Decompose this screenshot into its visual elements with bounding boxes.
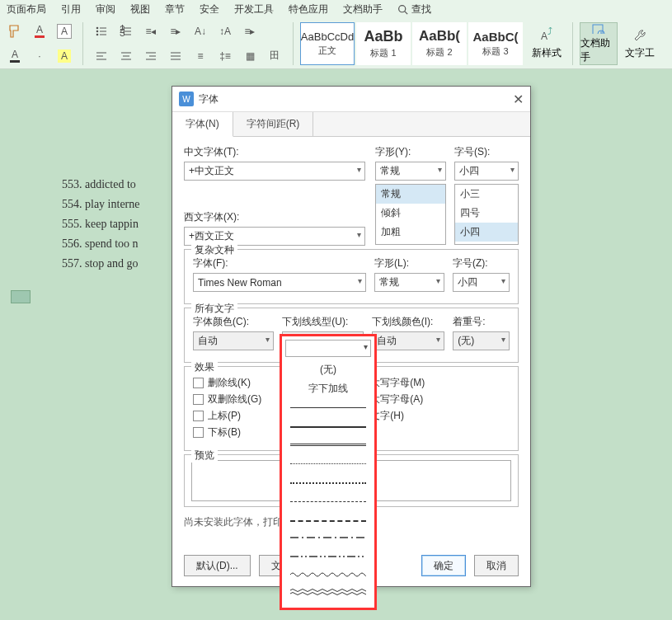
font-style-combo[interactable]: 常规	[375, 162, 446, 181]
borders-icon[interactable]: 田	[263, 45, 286, 68]
cancel-button[interactable]: 取消	[474, 555, 519, 576]
line-spacing-icon[interactable]: ‡≡	[214, 45, 237, 68]
underline-opt-thick[interactable]	[290, 419, 366, 434]
dropdown-current[interactable]	[285, 340, 371, 357]
highlight-2-icon[interactable]: A	[53, 45, 76, 68]
font-color-2-icon[interactable]: A	[3, 45, 26, 68]
close-icon[interactable]: ✕	[513, 92, 524, 107]
underline-opt-long-dash[interactable]	[290, 512, 366, 528]
combo-value: 自动	[377, 334, 397, 348]
effect-double-strike[interactable]: 双删除线(G)	[193, 392, 261, 406]
underline-opt-double[interactable]	[290, 437, 366, 453]
menu-search[interactable]: 查找	[397, 2, 431, 16]
char-tools-label: 文字工	[625, 46, 655, 60]
paragraph-icon[interactable]: ≡▸	[238, 20, 261, 43]
distribute-icon[interactable]: ≡	[189, 45, 212, 68]
complex-font-combo[interactable]: Times New Roman	[193, 273, 366, 292]
underline-opt-wave-double[interactable]	[290, 587, 366, 603]
style-prev: AaBbC(	[473, 30, 519, 44]
svg-text:A: A	[541, 31, 547, 42]
menu-layout[interactable]: 页面布局	[7, 2, 46, 16]
complex-script-fieldset: 复杂文种 字体(F): Times New Roman 字形(L): 常规 字号…	[184, 249, 519, 304]
font-size-combo[interactable]: 小四	[454, 162, 519, 181]
combo-value: Times New Roman	[198, 277, 282, 289]
underline-opt-dash[interactable]	[290, 494, 366, 510]
list-item[interactable]: 四号	[455, 204, 518, 223]
menu-doc-helper[interactable]: 文档助手	[343, 2, 383, 16]
menu-view[interactable]: 视图	[130, 2, 150, 16]
menu-security[interactable]: 安全	[200, 2, 219, 16]
chk-label: 上标(P)	[208, 409, 241, 423]
underline-color-combo[interactable]: 自动	[372, 331, 445, 350]
combo-value: 小四	[459, 164, 479, 178]
effect-superscript[interactable]: 上标(P)	[193, 409, 261, 423]
combo-value: 自动	[198, 334, 218, 348]
style-prev: AaBb	[364, 28, 402, 45]
menu-review[interactable]: 审阅	[96, 2, 115, 16]
font-color-combo[interactable]: 自动	[193, 331, 274, 350]
list-item[interactable]: 小四	[455, 223, 518, 242]
svg-point-0	[399, 5, 406, 12]
complex-style-combo[interactable]: 常规	[374, 273, 444, 292]
style-h3[interactable]: AaBbC( 标题 3	[468, 22, 523, 65]
underline-opt-single[interactable]	[290, 400, 366, 416]
effect-subscript[interactable]: 下标(B)	[193, 425, 261, 439]
underline-opt-words-only[interactable]: 字下加线	[282, 379, 374, 398]
align-center-icon[interactable]	[115, 45, 138, 68]
menu-references[interactable]: 引用	[61, 2, 81, 16]
complex-size-combo[interactable]: 小四	[453, 273, 510, 292]
chinese-font-combo[interactable]: +中文正文	[184, 162, 365, 181]
doc-helper-label: 文档助手	[580, 36, 617, 64]
list-item[interactable]: 小三	[455, 185, 518, 204]
tab-spacing[interactable]: 字符间距(R)	[233, 112, 314, 136]
combo-value: 常规	[379, 275, 399, 289]
emphasis-combo[interactable]: (无)	[453, 331, 510, 350]
size-listbox[interactable]: 小三 四号 小四	[454, 184, 519, 245]
shading-icon[interactable]: ▦	[238, 45, 261, 68]
align-left-icon[interactable]	[90, 45, 113, 68]
dialog-tabs: 字体(N) 字符间距(R)	[172, 111, 530, 137]
default-button[interactable]: 默认(D)...	[184, 555, 251, 576]
doc-helper-button[interactable]: 文档助手	[580, 22, 618, 65]
new-style-button[interactable]: A⤴ 新样式	[528, 22, 566, 65]
underline-opt-dash-dot-dot[interactable]	[290, 550, 366, 566]
decrease-indent-icon[interactable]: ≡◂	[139, 20, 162, 43]
menu-featured[interactable]: 特色应用	[289, 2, 328, 16]
format-painter-icon[interactable]	[3, 20, 26, 43]
list-item[interactable]: 加粗	[376, 223, 445, 242]
menu-devtools[interactable]: 开发工具	[234, 2, 274, 16]
numbering-icon[interactable]: 123	[115, 20, 138, 43]
underline-opt-dash-dot[interactable]	[290, 531, 366, 547]
list-item[interactable]: 常规	[376, 185, 445, 204]
bullets-icon[interactable]	[90, 20, 113, 43]
underline-opt-dotted[interactable]	[290, 456, 366, 472]
ok-button[interactable]: 确定	[421, 555, 466, 576]
font-color-icon[interactable]: A	[28, 20, 51, 43]
style-listbox[interactable]: 常规 倾斜 加粗	[375, 184, 446, 245]
style-normal[interactable]: AaBbCcDd 正文	[300, 22, 355, 65]
menu-chapters[interactable]: 章节	[165, 2, 185, 16]
underline-opt-wave[interactable]	[290, 569, 366, 585]
increase-indent-icon[interactable]: ≡▸	[164, 20, 187, 43]
underline-opt-none[interactable]: (无)	[282, 360, 374, 379]
align-right-icon[interactable]	[139, 45, 162, 68]
highlight-icon[interactable]: A	[53, 20, 76, 43]
effect-strikethrough[interactable]: 删除线(K)	[193, 376, 261, 390]
underline-opt-dotted-thick[interactable]	[290, 475, 366, 491]
text-direction-icon[interactable]: ↕A	[214, 20, 237, 43]
tab-font[interactable]: 字体(N)	[172, 112, 233, 137]
underline-color-label: 下划线颜色(I):	[372, 315, 445, 329]
char-tools-button[interactable]: 文字工	[621, 22, 659, 65]
justify-icon[interactable]	[164, 45, 187, 68]
dropdown-small-icon[interactable]: ·	[28, 45, 51, 68]
list-item[interactable]: 倾斜	[376, 204, 445, 223]
emphasis-label: 着重号:	[453, 315, 510, 329]
menubar: 页面布局 引用 审阅 视图 章节 安全 开发工具 特色应用 文档助手 查找	[0, 0, 672, 18]
combo-value: +中文正文	[189, 164, 234, 178]
style-h2[interactable]: AaBb( 标题 2	[412, 22, 467, 65]
underline-style-dropdown[interactable]: (无) 字下加线	[280, 334, 377, 610]
style-h1[interactable]: AaBb 标题 1	[356, 22, 411, 65]
size-label: 字号(S):	[454, 145, 519, 159]
sort-icon[interactable]: A↓	[189, 20, 212, 43]
fieldset-legend: 复杂文种	[191, 243, 237, 257]
